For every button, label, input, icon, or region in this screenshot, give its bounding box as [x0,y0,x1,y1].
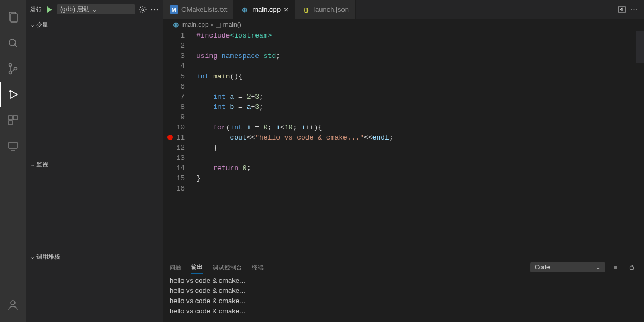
chevron-right-icon: › [211,21,213,28]
panel-tabs: 问题 输出 调试控制台 终端 Code ⌄ ≡ [163,259,644,275]
accounts-icon[interactable] [0,292,26,318]
word-wrap-icon[interactable]: ≡ [610,261,621,273]
gear-icon[interactable] [138,5,147,14]
debug-toolbar: 运行 (gdb) 启动 ⌄ [26,0,163,19]
breadcrumb[interactable]: ⊕ main.cpp › ◫ main() [163,19,644,31]
panel-tab-debug-console[interactable]: 调试控制台 [213,261,242,274]
output-line: hello vs code & cmake... [170,286,638,296]
chevron-down-icon: ⌄ [28,161,36,168]
watch-body [26,170,163,251]
explorer-icon[interactable] [0,4,26,30]
tab-label: launch.json [313,5,349,13]
panel-tab-output[interactable]: 输出 [191,261,203,274]
svg-point-14 [11,301,15,305]
tab-label: main.cpp [252,5,281,13]
cube-icon: ◫ [215,21,221,28]
svg-point-19 [157,9,158,10]
breakpoint-marker[interactable] [167,135,173,140]
svg-rect-11 [9,121,12,125]
remote-icon[interactable] [0,133,26,159]
variables-section[interactable]: ⌄ 变量 [26,19,163,31]
output-channel-label: Code [535,264,550,271]
json-icon: {} [302,5,310,14]
start-debug-button[interactable] [45,5,54,14]
more-actions-icon[interactable]: ⋯ [628,4,640,16]
scm-icon[interactable] [0,56,26,82]
code-editor[interactable]: 12345678910111213141516 #include<iostrea… [163,31,644,259]
tab-main-cpp[interactable]: ⊕ main.cpp × [234,0,295,19]
svg-point-2 [9,39,16,46]
tab-actions: ⋯ [612,0,644,19]
close-icon[interactable]: × [284,5,288,14]
run-file-icon[interactable] [616,4,628,16]
cmake-icon: M [170,5,178,14]
callstack-label: 调用堆栈 [36,253,60,261]
variables-body [26,31,163,158]
svg-marker-15 [47,6,52,13]
cpp-icon: ⊕ [172,20,180,29]
output-body[interactable]: hello vs code & cmake...hello vs code & … [163,275,644,322]
callstack-section[interactable]: ⌄ 调用堆栈 [26,251,163,262]
debug-config-label: (gdb) 启动 [60,5,90,14]
code-content: #include<iostream> using namespace std; … [194,31,644,259]
main-area: M CMakeLists.txt ⊕ main.cpp × {} launch.… [163,0,644,322]
debug-config-select[interactable]: (gdb) 启动 ⌄ [57,4,135,14]
svg-point-16 [142,9,144,11]
minimap[interactable] [636,31,644,63]
activity-bar [0,0,26,322]
panel-tab-problems[interactable]: 问题 [170,261,181,274]
chevron-down-icon: ⌄ [596,264,601,271]
output-line: hello vs code & cmake... [170,306,638,316]
lock-icon[interactable] [626,261,638,273]
svg-point-5 [9,71,12,74]
output-line: hello vs code & cmake... [170,275,638,286]
watch-section[interactable]: ⌄ 监视 [26,158,163,170]
search-icon[interactable] [0,30,26,56]
output-line: hello vs code & cmake... [170,296,638,306]
svg-rect-10 [13,116,17,120]
svg-rect-21 [630,267,634,269]
bottom-panel: 问题 输出 调试控制台 终端 Code ⌄ ≡ hello vs code & … [163,259,644,322]
breadcrumb-symbol: main() [223,21,241,28]
svg-point-4 [9,64,12,67]
tab-label: CMakeLists.txt [181,5,227,13]
svg-marker-7 [11,91,17,98]
svg-rect-1 [11,14,17,22]
chevron-down-icon: ⌄ [28,21,36,28]
svg-rect-9 [9,116,12,120]
run-label: 运行 [30,5,42,13]
svg-line-3 [15,45,18,48]
editor-tabs: M CMakeLists.txt ⊕ main.cpp × {} launch.… [163,0,644,19]
panel-tab-terminal[interactable]: 终端 [252,261,264,274]
watch-label: 监视 [36,160,48,169]
gutter: 12345678910111213141516 [163,31,194,259]
debug-icon[interactable] [0,82,26,107]
chevron-down-icon: ⌄ [28,253,36,260]
debug-sidebar: 运行 (gdb) 启动 ⌄ ⌄ 变量 ⌄ 监视 ⌄ 调用堆栈 [26,0,163,322]
breadcrumb-file: main.cpp [182,21,209,28]
svg-point-8 [9,90,11,92]
overflow-icon[interactable] [150,5,159,14]
tab-launch-json[interactable]: {} launch.json [295,0,356,19]
cpp-icon: ⊕ [240,5,249,14]
svg-rect-12 [9,142,17,148]
chevron-down-icon: ⌄ [92,6,97,13]
extensions-icon[interactable] [0,107,26,133]
svg-point-18 [154,9,155,10]
svg-point-17 [151,9,152,10]
tab-cmakelists[interactable]: M CMakeLists.txt [163,0,234,19]
variables-label: 变量 [36,21,48,29]
output-channel-select[interactable]: Code ⌄ [530,262,605,272]
